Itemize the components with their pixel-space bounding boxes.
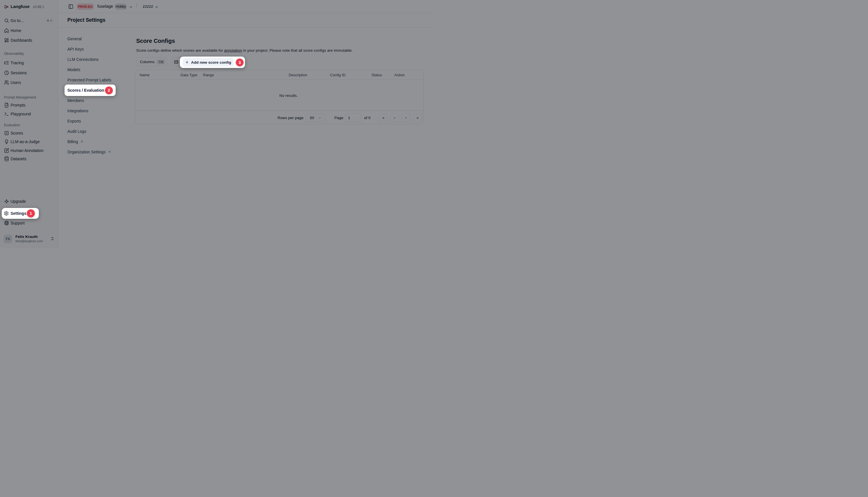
settings-nav-scores-evaluation-highlighted[interactable]: Scores / Evaluation 2: [64, 85, 116, 96]
sidebar-item-label: Settings: [11, 208, 26, 219]
tour-step-badge-3: 3: [236, 59, 244, 66]
add-button-label: Add new score config: [191, 60, 231, 65]
plus-icon: [185, 60, 189, 64]
add-new-score-config-button[interactable]: Add new score config: [183, 58, 234, 67]
tour-step-badge-2: 2: [105, 87, 113, 94]
nav-label: Scores / Evaluation: [67, 85, 104, 96]
sidebar-item-settings-highlighted[interactable]: Settings 1: [2, 208, 39, 219]
tour-step-badge-1: 1: [27, 209, 35, 217]
gear-icon: [4, 211, 9, 216]
add-score-config-highlight-card: Add new score config 3: [180, 57, 245, 68]
tour-dim-overlay: [0, 0, 434, 248]
